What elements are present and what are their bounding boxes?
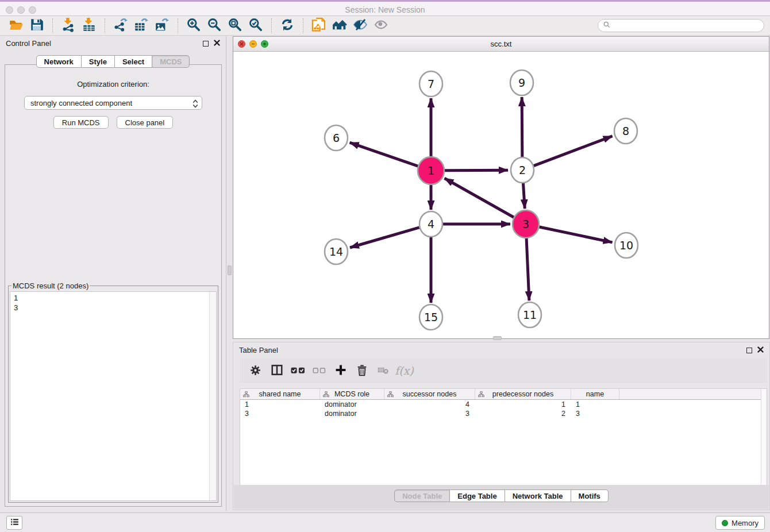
control-panel-close-icon[interactable] [214, 39, 220, 48]
zoom-selected-button[interactable] [245, 17, 266, 34]
mcds-result-area[interactable]: 13 [10, 291, 217, 501]
zoom-in-button[interactable] [183, 17, 204, 34]
graph-edge-3-10[interactable] [539, 227, 612, 242]
graph-edge-2-3[interactable] [523, 182, 525, 209]
import-table-button[interactable] [79, 17, 99, 34]
table-cell-predecessor-nodes[interactable]: 1 [475, 400, 571, 409]
add-column-button[interactable] [330, 361, 351, 381]
graph-canvas[interactable]: 7968124314101511 [233, 52, 769, 338]
graph-edge-4-14[interactable] [350, 228, 419, 248]
graph-edge-3-1[interactable] [445, 178, 514, 217]
export-network-icon [113, 17, 128, 34]
zoom-out-button[interactable] [204, 17, 225, 34]
network-window-titlebar[interactable]: scc.txt [233, 37, 769, 52]
table-panel-close-icon[interactable] [757, 346, 764, 354]
save-session-button[interactable] [26, 17, 47, 34]
split-panel-button[interactable] [266, 361, 287, 381]
graph-edge-1-6[interactable] [350, 142, 418, 166]
tab-network[interactable]: Network [36, 55, 82, 68]
tab-mcds[interactable]: MCDS [152, 55, 190, 68]
graph-node-10[interactable]: 10 [615, 233, 638, 258]
tab-motifs[interactable]: Motifs [571, 489, 609, 502]
zoom-fit-button[interactable] [225, 17, 245, 34]
table-cell-MCDS-role[interactable]: dominator [320, 409, 384, 418]
optimization-criterion-label: Optimization criterion: [5, 80, 221, 88]
mcds-result-scrollbar[interactable] [209, 292, 216, 500]
graph-edge-2-8[interactable] [534, 136, 613, 166]
memory-button[interactable]: Memory [715, 516, 765, 530]
tab-select[interactable]: Select [115, 55, 152, 68]
graph-edge-3-11[interactable] [526, 238, 529, 300]
open-session-button[interactable] [6, 17, 26, 34]
deselect-all-checkboxes-button[interactable] [309, 361, 330, 381]
column-header-MCDS-role[interactable]: MCDS role [320, 389, 384, 399]
table-row[interactable]: 3dominator323 [240, 409, 767, 418]
column-header-predecessor-nodes[interactable]: predecessor nodes [475, 389, 571, 399]
table-panel-float-icon[interactable] [746, 348, 752, 353]
svg-text:14: 14 [329, 245, 343, 258]
search-box[interactable] [598, 19, 764, 32]
graph-node-2[interactable]: 2 [511, 157, 534, 183]
table-cell-shared-name[interactable]: 1 [240, 400, 320, 409]
zoom-selected-icon [248, 17, 263, 34]
close-panel-button[interactable]: Close panel [117, 116, 174, 129]
tab-node-table[interactable]: Node Table [394, 489, 450, 502]
export-image-button[interactable] [152, 17, 172, 34]
graph-edge-1-2[interactable] [445, 170, 508, 171]
tab-style[interactable]: Style [82, 55, 115, 68]
settings-gear-button[interactable] [245, 361, 266, 381]
search-input[interactable] [614, 21, 759, 30]
task-history-button[interactable] [6, 516, 22, 530]
table-cell-predecessor-nodes[interactable]: 2 [475, 409, 571, 418]
select-all-checkboxes-button[interactable] [287, 361, 309, 381]
table-cell-successor-nodes[interactable]: 3 [384, 409, 475, 418]
table-cell-name[interactable]: 1 [571, 400, 619, 409]
criterion-dropdown[interactable]: strongly connected component [24, 96, 202, 110]
graph-node-8[interactable]: 8 [614, 118, 637, 144]
export-table-button[interactable] [131, 17, 152, 34]
clone-network-button[interactable] [309, 17, 329, 34]
control-panel-float-icon[interactable] [203, 41, 209, 47]
table-cell-MCDS-role[interactable]: dominator [320, 400, 384, 409]
svg-text:6: 6 [333, 132, 340, 144]
column-header-shared-name[interactable]: shared name [240, 389, 320, 399]
export-network-button[interactable] [110, 17, 131, 34]
graph-node-14[interactable]: 14 [325, 239, 348, 264]
main-toolbar [0, 16, 770, 36]
table-toolbar: f(x) [240, 358, 767, 383]
control-panel-tabs: NetworkStyleSelectMCDS [0, 55, 226, 68]
graph-node-7[interactable]: 7 [419, 71, 442, 97]
delete-column-button[interactable] [351, 361, 372, 381]
tab-network-table[interactable]: Network Table [505, 489, 571, 502]
graph-node-6[interactable]: 6 [325, 125, 348, 151]
graph-node-4[interactable]: 4 [419, 211, 442, 237]
vertical-splitter-handle[interactable] [228, 265, 232, 275]
column-header-successor-nodes[interactable]: successor nodes [384, 389, 475, 399]
hide-selected-eye-icon [352, 17, 368, 34]
refresh-layout-button[interactable] [277, 17, 298, 34]
show-all-eye-button[interactable] [371, 17, 391, 34]
run-mcds-button[interactable]: Run MCDS [53, 116, 109, 129]
graph-node-15[interactable]: 15 [419, 304, 442, 330]
two-houses-button[interactable] [329, 17, 350, 34]
node-table-scrollbar[interactable] [761, 389, 767, 485]
table-cell-successor-nodes[interactable]: 4 [384, 400, 475, 409]
svg-text:11: 11 [523, 309, 537, 321]
app-titlebar: Session: New Session [0, 0, 770, 16]
column-header-name[interactable]: name [571, 389, 619, 399]
horizontal-splitter-handle[interactable] [493, 336, 502, 340]
table-row[interactable]: 1dominator411 [240, 400, 767, 409]
mcds-tab-content: Optimization criterion: strongly connect… [5, 64, 222, 507]
graph-edge-2-9[interactable] [522, 97, 522, 158]
graph-node-9[interactable]: 9 [510, 70, 533, 95]
graph-node-1[interactable]: 1 [418, 157, 444, 184]
graph-node-11[interactable]: 11 [518, 302, 541, 327]
table-cell-shared-name[interactable]: 3 [240, 409, 320, 418]
hide-selected-eye-button[interactable] [350, 17, 371, 34]
graph-node-3[interactable]: 3 [513, 210, 539, 238]
column-header-label: shared name [259, 390, 301, 398]
tab-edge-table[interactable]: Edge Table [450, 489, 505, 502]
zoom-fit-icon [228, 17, 242, 34]
import-network-button[interactable] [58, 17, 79, 34]
table-cell-name[interactable]: 3 [571, 409, 619, 418]
